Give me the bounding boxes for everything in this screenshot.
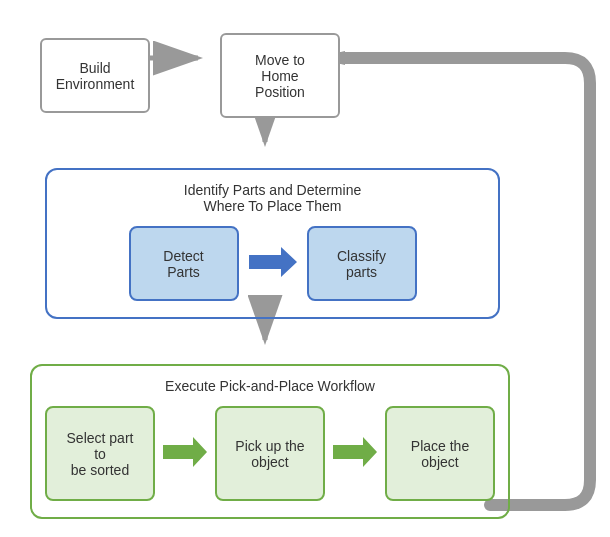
green-arrow-1-svg	[163, 437, 207, 467]
diagram: Build Environment Move to Home Position …	[0, 0, 610, 537]
place-label: Place the object	[411, 438, 469, 470]
classify-parts-label: Classify parts	[337, 248, 386, 280]
blue-arrow-svg	[249, 247, 297, 277]
place-box: Place the object	[385, 406, 495, 501]
svg-marker-4	[333, 437, 377, 467]
build-environment-label: Build Environment	[56, 60, 135, 92]
top-section: Build Environment Move to Home Position	[25, 33, 595, 118]
svg-marker-3	[163, 437, 207, 467]
identify-container: Identify Parts and Determine Where To Pl…	[45, 168, 500, 319]
execute-container: Execute Pick-and-Place Workflow Select p…	[30, 364, 510, 519]
identify-inner: Detect Parts Classify parts	[67, 226, 478, 301]
pickup-label: Pick up the object	[235, 438, 304, 470]
execute-label: Execute Pick-and-Place Workflow	[44, 378, 496, 394]
execute-inner: Select part to be sorted Pick up the obj…	[44, 406, 496, 501]
select-part-box: Select part to be sorted	[45, 406, 155, 501]
arrow-select-to-pickup	[163, 437, 207, 471]
detect-parts-label: Detect Parts	[163, 248, 203, 280]
arrow-pickup-to-place	[333, 437, 377, 471]
build-environment-box: Build Environment	[40, 38, 150, 113]
pickup-box: Pick up the object	[215, 406, 325, 501]
svg-marker-2	[249, 247, 297, 277]
move-to-home-label: Move to Home Position	[255, 52, 305, 100]
move-to-home-box: Move to Home Position	[220, 33, 340, 118]
arrow-detect-to-classify	[249, 247, 297, 281]
detect-parts-box: Detect Parts	[129, 226, 239, 301]
classify-parts-box: Classify parts	[307, 226, 417, 301]
green-arrow-2-svg	[333, 437, 377, 467]
identify-label: Identify Parts and Determine Where To Pl…	[67, 182, 478, 214]
select-part-label: Select part to be sorted	[61, 430, 139, 478]
